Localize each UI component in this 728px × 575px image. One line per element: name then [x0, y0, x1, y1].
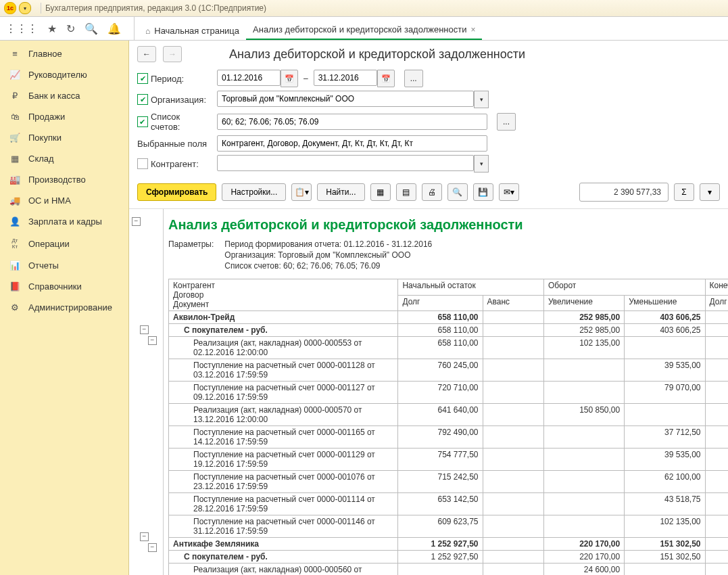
period-picker-button[interactable]: ...	[404, 70, 423, 87]
org-checkbox[interactable]: ✔	[137, 94, 148, 105]
sidebar-icon: 🛒	[9, 133, 20, 143]
params-label: Параметры:	[168, 239, 214, 272]
sidebar-label: Склад	[28, 154, 54, 164]
table-row[interactable]: Поступление на расчетный счет 0000-00112…	[169, 448, 729, 471]
calendar-icon[interactable]: 📅	[281, 70, 298, 87]
sidebar-label: Администрирование	[28, 302, 112, 313]
table-row[interactable]: Реализация (акт, накладная) 0000-000560 …	[169, 564, 729, 576]
sidebar-label: Отчеты	[28, 260, 59, 271]
sidebar-item[interactable]: ₽Банк и касса	[0, 85, 128, 106]
tab-home[interactable]: ⌂ Начальная страница	[139, 20, 246, 40]
settings-button[interactable]: Настройки...	[222, 183, 286, 201]
sidebar-icon: 🏭	[9, 175, 20, 185]
sidebar-label: Производство	[28, 175, 86, 185]
report-area: Анализ дебиторской и кредиторской задолж…	[129, 208, 728, 575]
org-input[interactable]	[217, 91, 474, 107]
bell-icon[interactable]: 🔔	[107, 22, 121, 35]
titlebar: 1c ▾ Бухгалтерия предприятия, редакция 3…	[0, 0, 728, 17]
sidebar-item[interactable]: Дт КтОперации	[0, 232, 128, 255]
date-from-input[interactable]	[217, 70, 281, 86]
accounts-input[interactable]	[217, 114, 487, 130]
sidebar-item[interactable]: 📕Справочники	[0, 276, 128, 297]
sidebar-icon: Дт Кт	[9, 237, 20, 250]
sidebar-label: Покупки	[28, 133, 62, 143]
table-row[interactable]: Поступление на расчетный счет 0000-00112…	[169, 382, 729, 404]
print-button[interactable]: 🖨	[422, 183, 442, 201]
sidebar-item[interactable]: 📈Руководителю	[0, 64, 128, 85]
sigma-button[interactable]: Σ	[674, 183, 694, 201]
table-row[interactable]: Поступление на расчетный счет 0000-00107…	[169, 471, 729, 493]
dropdown-icon[interactable]: ▾	[474, 91, 489, 108]
copy-button[interactable]: 📋▾	[291, 183, 312, 201]
sidebar-icon: 🚚	[9, 196, 20, 206]
sidebar-item[interactable]: 🚚ОС и НМА	[0, 190, 128, 211]
sidebar: ≡Главное📈Руководителю₽Банк и касса🛍Прода…	[0, 41, 129, 575]
preview-button[interactable]: 🔍	[447, 183, 468, 201]
nav-forward-button[interactable]: →	[163, 46, 182, 62]
search-icon[interactable]: 🔍	[84, 22, 98, 35]
accounts-picker-button[interactable]: ...	[497, 113, 516, 131]
table-row[interactable]: Реализация (акт, накладная) 0000-000570 …	[169, 404, 729, 426]
tab-report[interactable]: Анализ дебиторской и кредиторской задолж…	[246, 19, 482, 40]
accounts-checkbox[interactable]: ✔	[137, 116, 148, 127]
sidebar-label: Операции	[28, 239, 70, 249]
sidebar-icon: 🛍	[9, 112, 20, 122]
nav-back-button[interactable]: ←	[137, 46, 156, 62]
sidebar-label: Руководителю	[28, 70, 87, 80]
expand-all-button[interactable]: ▦	[370, 183, 391, 201]
dropdown-icon[interactable]: ▾	[474, 155, 489, 172]
tree-collapse-icon[interactable]: −	[132, 217, 141, 226]
close-icon[interactable]: ×	[470, 25, 475, 34]
history-icon[interactable]: ↻	[66, 22, 75, 35]
sidebar-item[interactable]: ▦Склад	[0, 148, 128, 169]
table-row[interactable]: С покупателем - руб.1 252 927,50220 170,…	[169, 551, 729, 564]
period-checkbox[interactable]: ✔	[137, 73, 148, 84]
apps-icon[interactable]: ⋮⋮⋮	[5, 22, 38, 35]
sidebar-label: Банк и касса	[28, 91, 80, 101]
sidebar-icon: ⚙	[9, 302, 20, 313]
email-button[interactable]: ✉▾	[499, 183, 519, 201]
table-row[interactable]: Поступление на расчетный счет 0000-00111…	[169, 493, 729, 515]
sidebar-icon: 📊	[9, 260, 20, 271]
report-title: Анализ дебиторской и кредиторской задолж…	[168, 217, 720, 233]
sum-display: 2 390 577,33	[579, 183, 669, 202]
app-logo-icon: 1c	[4, 2, 16, 14]
sidebar-item[interactable]: 📊Отчеты	[0, 255, 128, 276]
tree-collapse-icon[interactable]: −	[148, 543, 157, 552]
tree-collapse-icon[interactable]: −	[148, 336, 157, 345]
window-title: Бухгалтерия предприятия, редакция 3.0 (1…	[45, 3, 266, 13]
page-title: Анализ дебиторской и кредиторской задолж…	[229, 47, 525, 62]
sidebar-label: Главное	[28, 49, 62, 59]
sidebar-item[interactable]: 👤Зарплата и кадры	[0, 211, 128, 232]
table-row[interactable]: Поступление на расчетный счет 0000-00114…	[169, 515, 729, 538]
sidebar-item[interactable]: ⚙Администрирование	[0, 297, 128, 318]
sidebar-item[interactable]: 🛍Продажи	[0, 106, 128, 127]
table-row[interactable]: Поступление на расчетный счет 0000-00112…	[169, 359, 729, 382]
table-row[interactable]: Аквилон-Трейд658 110,00252 985,00403 606…	[169, 311, 729, 324]
sidebar-label: ОС и НМА	[28, 196, 71, 206]
sidebar-item[interactable]: 🛒Покупки	[0, 127, 128, 148]
sidebar-item[interactable]: ≡Главное	[0, 43, 128, 64]
sidebar-label: Продажи	[28, 112, 65, 122]
table-row[interactable]: С покупателем - руб.658 110,00252 985,00…	[169, 324, 729, 337]
find-button[interactable]: Найти...	[317, 183, 364, 201]
table-row[interactable]: Реализация (акт, накладная) 0000-000553 …	[169, 337, 729, 359]
contragent-input[interactable]	[217, 155, 474, 171]
table-row[interactable]: Поступление на расчетный счет 0000-00116…	[169, 426, 729, 448]
tree-collapse-icon[interactable]: −	[140, 532, 149, 541]
date-to-input[interactable]	[314, 70, 377, 86]
sidebar-icon: 📈	[9, 70, 20, 80]
favorite-icon[interactable]: ★	[47, 22, 57, 35]
save-button[interactable]: 💾	[473, 183, 493, 201]
calendar-icon[interactable]: 📅	[377, 70, 395, 87]
fields-input[interactable]	[217, 135, 487, 152]
contragent-checkbox[interactable]	[137, 158, 148, 169]
table-row[interactable]: Антикафе Земляника1 252 927,50220 170,00…	[169, 538, 729, 551]
collapse-all-button[interactable]: ▤	[396, 183, 416, 201]
sidebar-item[interactable]: 🏭Производство	[0, 169, 128, 190]
home-icon: ⌂	[145, 26, 150, 36]
app-menu-dropdown[interactable]: ▾	[19, 2, 31, 14]
tree-collapse-icon[interactable]: −	[140, 325, 149, 334]
run-button[interactable]: Сформировать	[137, 183, 216, 201]
more-button[interactable]: ▾	[700, 183, 720, 201]
